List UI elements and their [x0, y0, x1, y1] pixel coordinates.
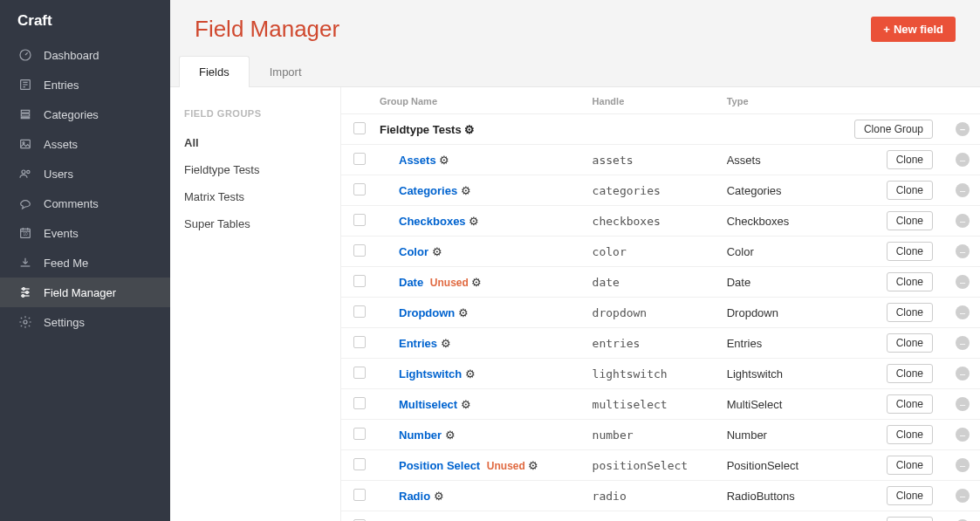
field-checkbox[interactable]: [353, 214, 366, 226]
sidebar-item-categories[interactable]: Categories: [0, 99, 170, 129]
delete-field-button[interactable]: –: [956, 336, 970, 350]
settings-gear-icon[interactable]: ⚙: [471, 276, 482, 289]
clone-field-button[interactable]: Clone: [887, 333, 933, 353]
settings-gear-icon[interactable]: ⚙: [469, 215, 479, 228]
field-checkbox[interactable]: [353, 367, 366, 379]
settings-gear-icon[interactable]: ⚙: [528, 459, 538, 472]
clone-field-button[interactable]: Clone: [887, 425, 933, 444]
clone-field-button[interactable]: Clone: [887, 242, 933, 261]
field-checkbox[interactable]: [353, 275, 366, 287]
clone-field-button[interactable]: Clone: [887, 394, 933, 414]
delete-field-button[interactable]: –: [956, 428, 970, 442]
field-handle: radio: [586, 481, 720, 511]
delete-field-button[interactable]: –: [956, 489, 970, 503]
sidebar-item-feedme[interactable]: Feed Me: [0, 248, 170, 278]
settings-gear-icon[interactable]: ⚙: [465, 367, 476, 380]
field-name-link[interactable]: Position Select: [399, 459, 480, 472]
clone-field-button[interactable]: Clone: [887, 364, 933, 383]
settings-gear-icon[interactable]: ⚙: [434, 490, 444, 503]
field-type: Assets: [720, 145, 826, 175]
svg-rect-6: [21, 113, 29, 116]
delete-field-button[interactable]: –: [956, 397, 970, 411]
settings-gear-icon[interactable]: ⚙: [432, 245, 442, 258]
field-group-super-tables[interactable]: Super Tables: [184, 210, 340, 237]
settings-gear-icon[interactable]: ⚙: [439, 154, 449, 167]
app-logo[interactable]: Craft: [0, 0, 170, 40]
sidebar-item-users[interactable]: Users: [0, 159, 170, 189]
field-groups-panel: FIELD GROUPS AllFieldtype TestsMatrix Te…: [170, 87, 340, 521]
delete-field-button[interactable]: –: [956, 367, 970, 380]
field-row: Rich Text ⚙richTextRichTextClone–: [341, 511, 980, 522]
delete-field-button[interactable]: –: [956, 183, 970, 197]
field-group-matrix-tests[interactable]: Matrix Tests: [184, 183, 340, 210]
delete-field-button[interactable]: –: [956, 275, 970, 289]
sidebar: Craft DashboardEntriesCategoriesAssetsUs…: [0, 0, 170, 521]
delete-field-button[interactable]: –: [956, 214, 970, 228]
clone-field-button[interactable]: Clone: [887, 456, 933, 475]
delete-group-button[interactable]: –: [956, 122, 970, 136]
field-checkbox[interactable]: [353, 336, 366, 348]
delete-field-button[interactable]: –: [956, 244, 970, 258]
field-name-link[interactable]: Multiselect: [399, 398, 457, 411]
field-checkbox[interactable]: [353, 153, 366, 165]
clone-field-button[interactable]: Clone: [887, 272, 933, 291]
clone-field-button[interactable]: Clone: [887, 211, 933, 230]
field-checkbox[interactable]: [353, 397, 366, 409]
delete-field-button[interactable]: –: [956, 305, 970, 319]
sidebar-item-events[interactable]: 10Events: [0, 218, 170, 248]
clone-field-button[interactable]: Clone: [887, 150, 933, 169]
clone-field-button[interactable]: Clone: [887, 181, 933, 200]
sidebar-item-assets[interactable]: Assets: [0, 129, 170, 159]
fields-table: Group Name Handle Type Fieldtype Tests ⚙…: [341, 87, 980, 521]
delete-field-button[interactable]: –: [956, 458, 970, 472]
unused-badge: Unused: [430, 277, 469, 289]
sidebar-item-comments[interactable]: Comments: [0, 189, 170, 218]
settings-gear-icon[interactable]: ⚙: [461, 184, 471, 197]
field-name-link[interactable]: Entries: [399, 337, 437, 350]
field-checkbox[interactable]: [353, 305, 366, 318]
field-group-all[interactable]: All: [184, 129, 340, 156]
field-name-link[interactable]: Color: [399, 245, 428, 258]
clone-group-button[interactable]: Clone Group: [854, 120, 933, 139]
svg-text:10: 10: [23, 232, 28, 237]
sidebar-item-entries[interactable]: Entries: [0, 70, 170, 99]
field-name-link[interactable]: Dropdown: [399, 306, 455, 319]
field-checkbox[interactable]: [353, 489, 366, 501]
tab-fields[interactable]: Fields: [179, 56, 250, 87]
field-name-link[interactable]: Date: [399, 276, 423, 289]
field-name-link[interactable]: Lightswitch: [399, 367, 462, 380]
settings-gear-icon[interactable]: ⚙: [445, 428, 456, 442]
comment-icon: [17, 195, 33, 211]
field-checkbox[interactable]: [353, 428, 366, 440]
field-type: PositionSelect: [720, 450, 826, 481]
sidebar-item-settings[interactable]: Settings: [0, 307, 170, 337]
settings-gear-icon[interactable]: ⚙: [458, 306, 469, 319]
field-checkbox[interactable]: [353, 183, 366, 195]
group-checkbox[interactable]: [353, 122, 366, 134]
clone-field-button[interactable]: Clone: [887, 303, 933, 322]
field-group-fieldtype-tests[interactable]: Fieldtype Tests: [184, 156, 340, 183]
field-name-link[interactable]: Number: [399, 428, 442, 442]
field-handle: entries: [586, 328, 720, 359]
tabs: FieldsImport: [170, 55, 980, 87]
tab-import[interactable]: Import: [250, 56, 322, 87]
new-field-button[interactable]: + New field: [871, 17, 956, 42]
field-name-link[interactable]: Assets: [399, 154, 436, 167]
delete-field-button[interactable]: –: [956, 153, 970, 167]
field-name-link[interactable]: Radio: [399, 490, 430, 503]
clone-field-button[interactable]: Clone: [887, 486, 933, 505]
sidebar-item-fieldmanager[interactable]: Field Manager: [0, 278, 170, 307]
sidebar-item-label: Users: [44, 168, 73, 181]
settings-gear-icon[interactable]: ⚙: [464, 123, 475, 136]
field-name-link[interactable]: Categories: [399, 184, 457, 197]
field-name-link[interactable]: Checkboxes: [399, 215, 466, 228]
field-row: Lightswitch ⚙lightswitchLightswitchClone…: [341, 359, 980, 389]
field-checkbox[interactable]: [353, 458, 366, 470]
clone-field-button[interactable]: Clone: [887, 517, 933, 521]
sidebar-item-dashboard[interactable]: Dashboard: [0, 40, 170, 70]
sidebar-item-label: Assets: [44, 138, 78, 151]
newspaper-icon: [17, 77, 33, 93]
settings-gear-icon[interactable]: ⚙: [441, 337, 451, 350]
settings-gear-icon[interactable]: ⚙: [461, 398, 471, 411]
field-checkbox[interactable]: [353, 244, 366, 257]
